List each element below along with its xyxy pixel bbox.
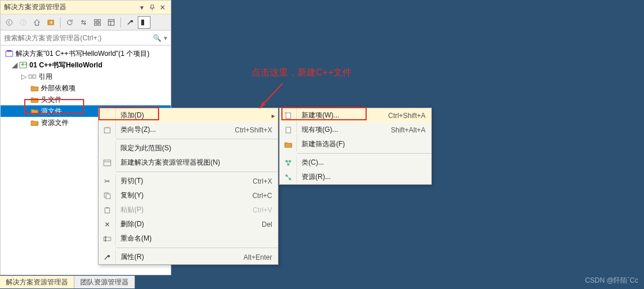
wrench-icon[interactable] xyxy=(124,16,137,29)
svg-rect-23 xyxy=(105,208,110,213)
search-dropdown-icon[interactable]: ▾ xyxy=(164,34,167,42)
tree-refs[interactable]: ▷ 引用 xyxy=(1,71,171,82)
collapse-icon[interactable] xyxy=(77,16,90,29)
menu-label: 限定为此范围(S) xyxy=(116,143,278,153)
wrench-icon xyxy=(99,250,116,264)
menu-rename[interactable]: 重命名(M) xyxy=(99,231,278,246)
expand-icon[interactable]: ▷ xyxy=(20,73,27,81)
menu-shortcut: Ctrl+Shift+A xyxy=(388,112,431,120)
blank-icon xyxy=(99,141,116,155)
menu-label: 删除(D) xyxy=(116,219,262,229)
menu-paste[interactable]: 粘贴(P) Ctrl+V xyxy=(99,203,278,217)
folder-icon xyxy=(29,118,40,127)
tree-label: 源文件 xyxy=(41,107,62,116)
menu-scope[interactable]: 限定为此范围(S) xyxy=(99,141,278,155)
showall-icon[interactable] xyxy=(91,16,104,29)
preview-icon[interactable] xyxy=(138,16,150,29)
tab-solution-explorer[interactable]: 解决方案资源管理器 xyxy=(0,276,74,288)
references-icon xyxy=(27,72,37,81)
svg-rect-7 xyxy=(108,20,114,25)
back-icon[interactable] xyxy=(3,16,16,29)
menu-separator xyxy=(297,153,431,154)
folder-icon xyxy=(29,83,40,93)
svg-rect-12 xyxy=(6,51,13,56)
annotation-arrow xyxy=(254,81,294,115)
context-menu-primary: 添加(D) ▸ 类向导(Z)... Ctrl+Shift+X 限定为此范围(S)… xyxy=(98,108,278,265)
tree-headers[interactable]: 头文件 xyxy=(1,94,171,105)
home-icon[interactable] xyxy=(31,16,43,29)
menu-delete[interactable]: ✕ 删除(D) Del xyxy=(99,217,278,231)
delete-icon: ✕ xyxy=(99,217,116,231)
menu-existing-item[interactable]: 现有项(G)... Shift+Alt+A xyxy=(280,123,431,137)
menu-shortcut: Ctrl+C xyxy=(253,192,278,200)
refresh-icon[interactable] xyxy=(63,16,76,29)
menu-label: 现有项(G)... xyxy=(297,125,391,135)
tab-team-explorer[interactable]: 团队资源管理器 xyxy=(74,276,135,288)
svg-rect-28 xyxy=(286,127,291,133)
folder-icon xyxy=(29,107,40,116)
tree-external[interactable]: 外部依赖项 xyxy=(1,82,171,94)
menu-label: 属性(R) xyxy=(116,252,243,262)
menu-label: 类(C)... xyxy=(297,158,431,168)
menu-separator xyxy=(116,139,278,139)
menu-shortcut: Ctrl+X xyxy=(253,177,278,185)
sync-icon[interactable] xyxy=(44,16,57,29)
svg-text:++: ++ xyxy=(21,61,27,69)
svg-rect-17 xyxy=(33,75,36,78)
svg-rect-13 xyxy=(7,50,12,52)
menu-shortcut: Ctrl+V xyxy=(253,206,278,214)
svg-point-0 xyxy=(6,20,12,25)
forward-icon[interactable] xyxy=(17,16,29,29)
copy-icon xyxy=(99,188,116,203)
menu-class[interactable]: 类(C)... xyxy=(280,155,431,170)
menu-label: 重命名(M) xyxy=(116,234,278,244)
tree-solution[interactable]: 解决方案"01 C++书写HelloWorld"(1 个项目) xyxy=(1,48,171,59)
menu-new-filter[interactable]: 新建筛选器(F) xyxy=(280,137,431,151)
cut-icon: ✂ xyxy=(99,174,116,188)
menu-label: 新建筛选器(F) xyxy=(297,139,431,149)
folder-icon xyxy=(29,95,40,104)
svg-rect-24 xyxy=(106,207,108,208)
svg-rect-4 xyxy=(98,20,100,22)
menu-label: 剪切(T) xyxy=(116,176,253,186)
dropdown-icon[interactable]: ▾ xyxy=(137,3,146,12)
watermark: CSDN @阡陌`Cc xyxy=(585,276,638,286)
svg-rect-19 xyxy=(104,160,111,166)
menu-add[interactable]: 添加(D) ▸ xyxy=(99,108,278,123)
bottom-tabs: 解决方案资源管理器 团队资源管理器 xyxy=(0,276,135,288)
paste-icon xyxy=(99,203,116,217)
menu-shortcut: Ctrl+Shift+X xyxy=(235,126,278,134)
tree-label: 资源文件 xyxy=(41,118,69,128)
panel-title-text: 解决方案资源管理器 xyxy=(4,2,66,12)
svg-rect-2 xyxy=(48,20,54,25)
menu-new-view[interactable]: 新建解决方案资源管理器视图(N) xyxy=(99,155,278,170)
menu-copy[interactable]: 复制(Y) Ctrl+C xyxy=(99,188,278,203)
svg-point-1 xyxy=(20,20,26,25)
tree-project[interactable]: ◢ ++ 01 C++书写HelloWorld xyxy=(1,59,171,71)
menu-class-wizard[interactable]: 类向导(Z)... Ctrl+Shift+X xyxy=(99,123,278,137)
pin-icon[interactable] xyxy=(148,3,157,12)
menu-label: 类向导(Z)... xyxy=(116,125,235,135)
menu-properties[interactable]: 属性(R) Alt+Enter xyxy=(99,250,278,264)
search-input[interactable] xyxy=(4,34,153,42)
search-icon[interactable]: 🔍 xyxy=(153,34,161,42)
menu-label: 复制(Y) xyxy=(116,191,253,200)
svg-rect-11 xyxy=(141,20,144,25)
tree-label: 01 C++书写HelloWorld xyxy=(29,60,102,70)
menu-resource[interactable]: 资源(R)... xyxy=(280,170,431,184)
menu-shortcut: Del xyxy=(262,220,278,229)
existing-item-icon xyxy=(280,123,297,137)
menu-label: 新建解决方案资源管理器视图(N) xyxy=(116,158,278,168)
panel-toolbar xyxy=(1,14,171,31)
properties-icon[interactable] xyxy=(105,16,118,29)
tree-label: 头文件 xyxy=(41,95,62,105)
menu-separator xyxy=(116,248,278,248)
wizard-icon xyxy=(99,123,116,137)
expand-icon[interactable]: ◢ xyxy=(11,61,18,69)
menu-cut[interactable]: ✂ 剪切(T) Ctrl+X xyxy=(99,174,278,188)
svg-rect-25 xyxy=(104,237,111,241)
menu-shortcut: Alt+Enter xyxy=(243,253,278,261)
close-icon[interactable]: ✕ xyxy=(158,3,167,12)
menu-new-item[interactable]: 新建项(W)... Ctrl+Shift+A xyxy=(280,108,431,123)
rename-icon xyxy=(99,231,116,246)
